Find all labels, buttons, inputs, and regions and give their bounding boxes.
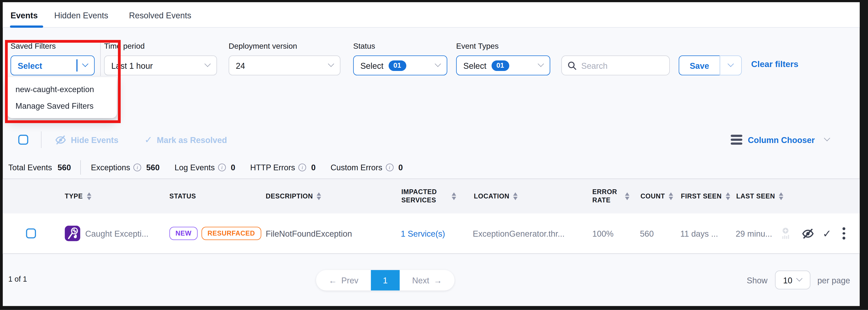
sort-icon[interactable] xyxy=(317,192,321,200)
chevron-down-icon xyxy=(538,61,544,67)
eye-slash-icon xyxy=(55,134,66,145)
stats-bar: Total Events 560 Exceptions i 560 Log Ev… xyxy=(8,160,418,175)
saved-filters-menu-item[interactable]: new-caught-exception xyxy=(7,83,117,96)
prev-label: Prev xyxy=(341,276,359,285)
event-types-select[interactable]: Select 01 xyxy=(456,55,550,75)
column-header-description[interactable]: DESCRIPTION xyxy=(266,179,321,213)
status-count-badge: 01 xyxy=(389,60,406,71)
tab-bar: Events Hidden Events Resolved Events xyxy=(3,2,860,28)
tab-hidden-events[interactable]: Hidden Events xyxy=(54,2,108,28)
info-icon[interactable]: i xyxy=(218,164,226,171)
chevron-down-icon xyxy=(727,61,734,67)
status-select[interactable]: Select 01 xyxy=(353,55,447,75)
error-rate-cell: 100% xyxy=(592,214,613,253)
prev-page-button[interactable]: ← Prev xyxy=(316,270,371,290)
type-value: Caught Excepti... xyxy=(85,229,149,238)
column-chooser-button[interactable]: Column Chooser xyxy=(731,133,829,147)
saved-filters-menu-item[interactable]: Manage Saved Filters xyxy=(7,99,117,113)
sort-icon[interactable] xyxy=(779,192,783,200)
clear-filters-link[interactable]: Clear filters xyxy=(751,59,799,69)
next-page-button[interactable]: Next → xyxy=(400,270,455,290)
hide-event-action[interactable] xyxy=(802,214,814,253)
total-events-value: 560 xyxy=(58,163,71,172)
impacted-services-link[interactable]: 1 Service(s) xyxy=(401,214,445,253)
arrow-left-icon: ← xyxy=(329,276,337,285)
time-period-value: Last 1 hour xyxy=(111,61,153,70)
metrics-cell xyxy=(781,214,790,253)
search-input[interactable] xyxy=(581,61,663,70)
stats-divider xyxy=(81,160,81,175)
chevron-down-icon xyxy=(435,61,441,67)
event-types-count-badge: 01 xyxy=(491,60,509,71)
save-menu-button[interactable] xyxy=(719,55,742,75)
sort-icon[interactable] xyxy=(513,192,518,200)
arrow-right-icon: → xyxy=(434,276,442,285)
stat-log-events: Log Events i 0 xyxy=(175,163,235,172)
sort-icon[interactable] xyxy=(87,192,91,200)
table-row[interactable]: Caught Excepti... NEW RESURFACED FileNot… xyxy=(3,214,860,254)
stat-label: Custom Errors xyxy=(331,163,382,172)
row-menu-action[interactable] xyxy=(842,214,845,253)
per-page-label: per page xyxy=(817,275,850,285)
deployment-version-select[interactable]: 24 xyxy=(229,55,340,75)
sort-icon[interactable] xyxy=(725,192,730,200)
chart-plus-icon[interactable] xyxy=(781,227,790,239)
time-period-select[interactable]: Last 1 hour xyxy=(104,55,217,75)
column-header-location[interactable]: LOCATION xyxy=(474,179,518,213)
table-header: TYPE STATUS DESCRIPTION IMPACTED SERVICE… xyxy=(3,179,860,213)
save-button[interactable]: Save xyxy=(679,55,719,75)
resolve-action[interactable]: ✓ xyxy=(823,214,831,253)
column-header-error-rate[interactable]: ERROR RATE xyxy=(592,179,629,213)
info-icon[interactable]: i xyxy=(133,164,141,171)
saved-filters-value: Select xyxy=(18,61,42,70)
count-cell: 560 xyxy=(640,214,654,253)
row-checkbox[interactable] xyxy=(26,228,36,238)
status-value: Select xyxy=(360,61,383,70)
row-checkbox-cell xyxy=(26,214,36,253)
mark-as-resolved-label: Mark as Resolved xyxy=(157,135,227,144)
page-summary: 1 of 1 xyxy=(8,275,27,283)
stat-label: Log Events xyxy=(175,163,215,172)
column-header-type[interactable]: TYPE xyxy=(65,179,91,213)
hide-events-button[interactable]: Hide Events xyxy=(55,133,118,147)
page-size-select[interactable]: 10 xyxy=(775,271,810,289)
tab-events-label: Events xyxy=(10,10,38,20)
sort-icon[interactable] xyxy=(452,192,456,200)
stat-custom-errors: Custom Errors i 0 xyxy=(331,163,403,172)
column-header-last-seen[interactable]: LAST SEEN xyxy=(736,179,783,213)
hamburger-icon xyxy=(731,135,742,145)
sort-icon[interactable] xyxy=(625,192,629,200)
select-all-checkbox[interactable] xyxy=(18,135,28,145)
info-icon[interactable]: i xyxy=(385,164,394,171)
saved-filters-menu: new-caught-exception Manage Saved Filter… xyxy=(7,77,117,118)
tab-events[interactable]: Events xyxy=(10,2,38,28)
hide-events-label: Hide Events xyxy=(71,135,118,144)
info-icon[interactable]: i xyxy=(299,164,306,171)
page-size-value: 10 xyxy=(783,275,793,285)
mark-as-resolved-button[interactable]: ✓ Mark as Resolved xyxy=(145,133,227,147)
tab-hidden-events-label: Hidden Events xyxy=(54,10,108,20)
current-page-button[interactable]: 1 xyxy=(371,270,400,290)
sort-icon[interactable] xyxy=(669,192,673,200)
deployment-version-label: Deployment version xyxy=(229,41,297,50)
last-seen-cell: 29 minu... xyxy=(736,214,772,253)
search-box xyxy=(561,55,670,75)
next-label: Next xyxy=(412,276,429,285)
saved-filters-select[interactable]: Select xyxy=(10,55,95,75)
type-cell: Caught Excepti... xyxy=(65,214,149,253)
event-types-label: Event Types xyxy=(456,41,499,50)
pagination: ← Prev 1 Next → xyxy=(316,270,455,290)
column-header-impacted-services[interactable]: IMPACTED SERVICES xyxy=(401,179,456,213)
deployment-version-value: 24 xyxy=(236,61,245,70)
check-icon: ✓ xyxy=(823,227,831,240)
column-header-count[interactable]: COUNT xyxy=(641,179,673,213)
status-label: Status xyxy=(353,41,375,50)
tab-resolved-events[interactable]: Resolved Events xyxy=(129,2,191,28)
chevron-down-icon xyxy=(797,275,803,282)
window-frame: Events Hidden Events Resolved Events Sav… xyxy=(0,0,868,310)
column-header-first-seen[interactable]: FIRST SEEN xyxy=(681,179,730,213)
stat-value: 560 xyxy=(146,163,160,172)
chevron-down-icon[interactable] xyxy=(82,61,89,67)
first-seen-cell: 11 days ... xyxy=(680,214,718,253)
status-badge-new: NEW xyxy=(169,227,197,240)
